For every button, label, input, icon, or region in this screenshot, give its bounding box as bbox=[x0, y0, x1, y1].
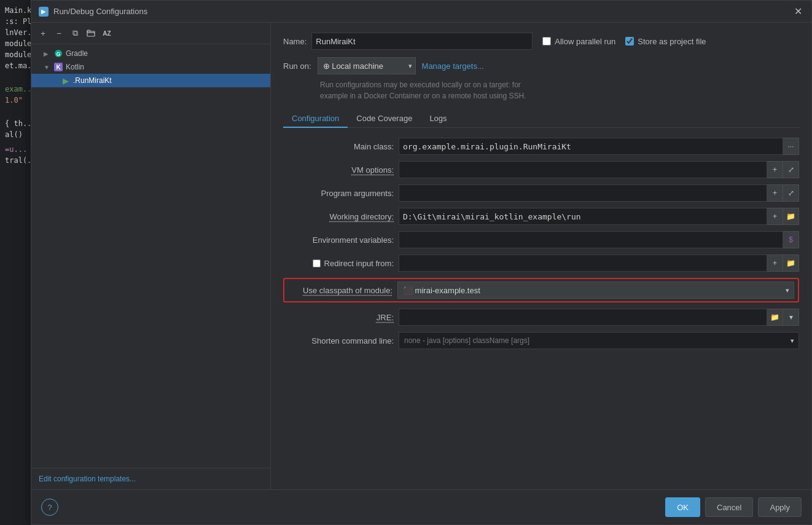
working-dir-input[interactable] bbox=[399, 208, 767, 225]
vm-options-input[interactable] bbox=[399, 161, 767, 178]
redirect-add-btn[interactable]: + bbox=[767, 255, 783, 272]
env-vars-row: Environment variables: $ bbox=[283, 231, 799, 248]
right-panel: Name: Allow parallel run Store as projec… bbox=[271, 23, 811, 489]
run-label: .RunMiraiKt bbox=[73, 76, 112, 85]
program-args-input[interactable] bbox=[399, 184, 767, 202]
redirect-checkbox[interactable] bbox=[313, 259, 321, 267]
working-dir-input-group: + 📁 bbox=[399, 208, 799, 225]
toolbar: + − ⧉ AZ bbox=[31, 23, 270, 44]
jre-dropdown-btn[interactable]: ▾ bbox=[783, 309, 799, 326]
classpath-label-text: Use classpath of module: bbox=[303, 286, 392, 295]
edit-config-templates-link[interactable]: Edit configuration templates... bbox=[31, 468, 270, 489]
redirect-input[interactable] bbox=[399, 255, 767, 272]
tab-logs[interactable]: Logs bbox=[421, 110, 455, 128]
kotlin-icon: K bbox=[53, 62, 63, 72]
kotlin-arrow: ▼ bbox=[44, 64, 51, 71]
jre-label: JRE: bbox=[283, 313, 394, 322]
vm-options-label-text: VM options: bbox=[351, 165, 394, 175]
kotlin-label: Kotlin bbox=[66, 63, 84, 71]
vm-options-label: VM options: bbox=[283, 165, 394, 175]
redirect-label: Redirect input from: bbox=[324, 259, 394, 268]
store-project-row: Store as project file bbox=[625, 37, 706, 46]
vm-options-expand-btn[interactable]: ⤢ bbox=[783, 161, 799, 178]
store-project-label: Store as project file bbox=[638, 37, 706, 46]
config-tabs: Configuration Code Coverage Logs bbox=[283, 110, 799, 128]
manage-targets-link[interactable]: Manage targets... bbox=[422, 61, 484, 71]
main-class-input[interactable] bbox=[399, 138, 783, 155]
name-field-row: Name: bbox=[283, 33, 533, 50]
shorten-select-wrapper: none - java [options] className [args] bbox=[399, 332, 799, 349]
redirect-browse-btn[interactable]: 📁 bbox=[783, 255, 799, 272]
info-line-1: Run configurations may be executed local… bbox=[320, 81, 521, 89]
classpath-select-wrapper: ⬛ mirai-example.test bbox=[397, 282, 794, 299]
jre-input-group: 📁 ▾ bbox=[399, 309, 799, 326]
dialog-body: + − ⧉ AZ ▶ bbox=[31, 23, 811, 489]
svg-text:K: K bbox=[56, 64, 61, 71]
working-dir-browse-btn[interactable]: 📁 bbox=[783, 208, 799, 225]
classpath-select[interactable]: ⬛ mirai-example.test bbox=[397, 282, 794, 299]
gradle-arrow: ▶ bbox=[44, 50, 51, 57]
info-text: Run configurations may be executed local… bbox=[283, 79, 799, 101]
sort-config-button[interactable]: AZ bbox=[100, 26, 114, 40]
redirect-label-wrapper: Redirect input from: bbox=[283, 259, 394, 268]
shorten-select[interactable]: none - java [options] className [args] bbox=[399, 332, 799, 349]
dialog-title-bar: ▶ Run/Debug Configurations ✕ bbox=[31, 1, 811, 23]
shorten-row: Shorten command line: none - java [optio… bbox=[283, 332, 799, 349]
allow-parallel-checkbox[interactable] bbox=[542, 37, 551, 45]
copy-config-button[interactable]: ⧉ bbox=[68, 26, 82, 40]
classpath-label: Use classpath of module: bbox=[288, 286, 392, 295]
vm-options-input-group: + ⤢ bbox=[399, 161, 799, 178]
folder-config-button[interactable] bbox=[84, 26, 98, 40]
main-class-label: Main class: bbox=[283, 142, 394, 151]
cancel-button[interactable]: Cancel bbox=[705, 497, 753, 517]
name-row: Name: Allow parallel run Store as projec… bbox=[283, 33, 799, 50]
env-vars-dollar-btn[interactable]: $ bbox=[783, 231, 799, 248]
apply-button[interactable]: Apply bbox=[758, 497, 802, 517]
tree-item-run-mirai-kt[interactable]: ▶ ▶ .RunMiraiKt bbox=[31, 74, 270, 87]
classpath-row: Use classpath of module: ⬛ mirai-example… bbox=[283, 278, 799, 302]
redirect-row: Redirect input from: + 📁 bbox=[283, 255, 799, 272]
run-on-select-wrapper: ⊕ Local machine bbox=[318, 57, 416, 74]
run-on-select[interactable]: ⊕ Local machine bbox=[318, 57, 416, 74]
add-config-button[interactable]: + bbox=[36, 26, 50, 40]
run-on-row: Run on: ⊕ Local machine Manage targets..… bbox=[283, 57, 799, 74]
main-class-row: Main class: ··· bbox=[283, 138, 799, 155]
redirect-input-group: + 📁 bbox=[399, 255, 799, 272]
run-icon: ▶ bbox=[61, 76, 71, 85]
main-class-browse-btn[interactable]: ··· bbox=[783, 138, 799, 155]
gradle-label: Gradle bbox=[66, 49, 88, 58]
ok-button[interactable]: OK bbox=[665, 497, 700, 517]
name-input[interactable] bbox=[311, 33, 533, 50]
store-project-checkbox[interactable] bbox=[625, 37, 634, 45]
title-bar-left: ▶ Run/Debug Configurations bbox=[39, 7, 147, 17]
jre-input[interactable] bbox=[399, 309, 767, 326]
bottom-bar: ? OK Cancel Apply bbox=[31, 489, 811, 524]
tree-item-gradle[interactable]: ▶ G Gradle bbox=[31, 47, 270, 60]
help-button[interactable]: ? bbox=[41, 499, 58, 516]
close-button[interactable]: ✕ bbox=[792, 6, 804, 18]
run-debug-configurations-dialog: ▶ Run/Debug Configurations ✕ + − ⧉ AZ bbox=[31, 0, 812, 525]
tab-code-coverage[interactable]: Code Coverage bbox=[348, 110, 421, 128]
jre-browse-btn[interactable]: 📁 bbox=[767, 309, 783, 326]
tab-configuration[interactable]: Configuration bbox=[283, 110, 348, 128]
dialog-title: Run/Debug Configurations bbox=[53, 7, 147, 16]
env-vars-input[interactable] bbox=[399, 231, 783, 248]
remove-config-button[interactable]: − bbox=[52, 26, 66, 40]
working-dir-label: Working directory: bbox=[283, 212, 394, 221]
dialog-icon: ▶ bbox=[39, 7, 49, 17]
program-args-row: Program arguments: + ⤢ bbox=[283, 184, 799, 202]
name-label: Name: bbox=[283, 37, 306, 46]
main-class-input-group: ··· bbox=[399, 138, 799, 155]
vm-options-add-btn[interactable]: + bbox=[767, 161, 783, 178]
svg-text:G: G bbox=[56, 51, 60, 57]
working-dir-label-text: Working directory: bbox=[329, 212, 394, 221]
jre-row: JRE: 📁 ▾ bbox=[283, 309, 799, 326]
svg-rect-0 bbox=[87, 31, 95, 36]
program-args-expand-btn[interactable]: ⤢ bbox=[783, 184, 799, 202]
program-args-add-btn[interactable]: + bbox=[767, 184, 783, 202]
info-line-2: example in a Docker Container or on a re… bbox=[320, 92, 526, 100]
env-vars-label: Environment variables: bbox=[283, 235, 394, 245]
tree-item-kotlin[interactable]: ▼ K Kotlin bbox=[31, 60, 270, 74]
working-dir-add-btn[interactable]: + bbox=[767, 208, 783, 225]
shorten-label: Shorten command line: bbox=[283, 336, 394, 345]
